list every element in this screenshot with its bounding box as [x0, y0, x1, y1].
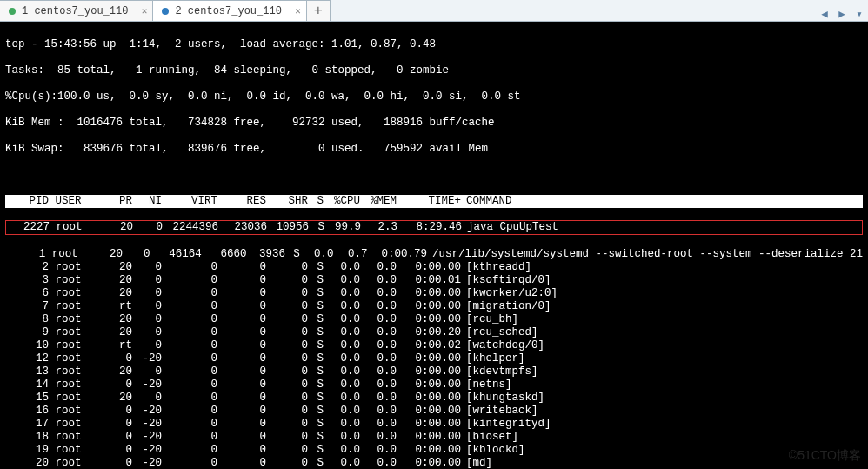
tab-label: 2 centos7_you_110 — [175, 5, 281, 17]
table-row: 9 root200000S0.00.00:00.20[rcu_sched] — [5, 326, 863, 339]
table-row: 15 root200000S0.00.00:00.00[khungtaskd] — [5, 392, 863, 405]
close-icon[interactable]: ✕ — [295, 5, 301, 17]
close-icon[interactable]: ✕ — [142, 5, 148, 17]
table-row: 10 rootrt0000S0.00.00:00.02[watchdog/0] — [5, 339, 863, 352]
table-row: 6 root200000S0.00.00:00.00[kworker/u2:0] — [5, 287, 863, 300]
table-row: 16 root0-20000S0.00.00:00.00[writeback] — [5, 405, 863, 418]
table-row: 7 rootrt0000S0.00.00:00.00[migration/0] — [5, 300, 863, 313]
table-row: 18 root0-20000S0.00.00:00.00[bioset] — [5, 431, 863, 444]
status-dot-icon — [9, 8, 16, 15]
nav-menu-icon[interactable]: ▾ — [851, 7, 868, 21]
top-mem-line: KiB Mem : 1016476 total, 734828 free, 92… — [5, 117, 863, 130]
tab-bar: 1 centos7_you_110 ✕ 2 centos7_you_110 ✕ … — [0, 0, 868, 22]
table-row: 8 root200000S0.00.00:00.00[rcu_bh] — [5, 313, 863, 326]
top-tasks-line: Tasks: 85 total, 1 running, 84 sleeping,… — [5, 64, 863, 77]
status-dot-icon — [162, 8, 169, 15]
table-row: 12 root0-20000S0.00.00:00.00[khelper] — [5, 352, 863, 365]
table-row: 2 root200000S0.00.00:00.00[kthreadd] — [5, 261, 863, 274]
table-row: 14 root0-20000S0.00.00:00.00[netns] — [5, 379, 863, 392]
tab-2[interactable]: 2 centos7_you_110 ✕ — [152, 0, 306, 21]
process-table-body: 1 root2004616466603936S0.00.70:00.79/usr… — [5, 248, 863, 469]
tab-nav: ◀ ▶ ▾ — [816, 7, 868, 21]
top-summary-line: top - 15:43:56 up 1:14, 2 users, load av… — [5, 38, 863, 51]
table-row: 19 root0-20000S0.00.00:00.00[kblockd] — [5, 444, 863, 457]
table-row: 3 root200000S0.00.00:00.01[ksoftirqd/0] — [5, 274, 863, 287]
table-row: 20 root0-20000S0.00.00:00.00[md] — [5, 457, 863, 469]
blank-line — [5, 169, 863, 182]
nav-prev-icon[interactable]: ◀ — [816, 7, 833, 21]
nav-next-icon[interactable]: ▶ — [833, 7, 851, 21]
table-row: 17 root0-20000S0.00.00:00.00[kintegrityd… — [5, 418, 863, 431]
add-tab-button[interactable]: + — [306, 0, 331, 21]
terminal-output[interactable]: top - 15:43:56 up 1:14, 2 users, load av… — [0, 22, 868, 469]
top-swap-line: KiB Swap: 839676 total, 839676 free, 0 u… — [5, 143, 863, 156]
table-row: 13 root200000S0.00.00:00.00[kdevtmpfs] — [5, 365, 863, 379]
process-table-header: PID USERPRNIVIRTRESSHRS%CPU%MEMTIME+COMM… — [5, 195, 863, 208]
top-cpu-line: %Cpu(s):100.0 us, 0.0 sy, 0.0 ni, 0.0 id… — [5, 90, 863, 104]
tab-1[interactable]: 1 centos7_you_110 ✕ — [0, 0, 153, 21]
highlighted-process-row: 2227 root20022443962303610956S99.92.38:2… — [5, 220, 863, 235]
tab-label: 1 centos7_you_110 — [22, 5, 128, 17]
table-row: 1 root2004616466603936S0.00.70:00.79/usr… — [5, 248, 863, 261]
watermark: ©51CTO博客 — [789, 448, 861, 464]
